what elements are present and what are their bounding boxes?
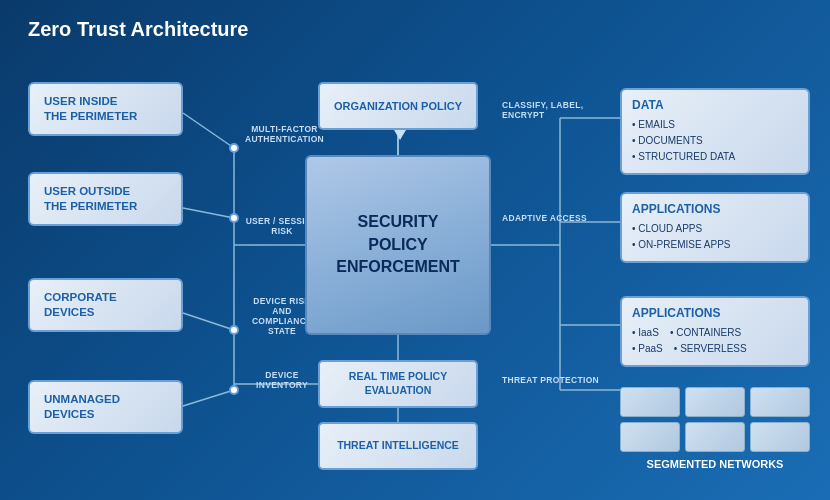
threat-intelligence-label: THREAT INTELLIGENCE: [337, 439, 459, 453]
session-risk-connector-dot: [229, 213, 239, 223]
svg-line-0: [183, 113, 234, 148]
realtime-policy-box: REAL TIME POLICYEVALUATION: [318, 360, 478, 408]
mfa-connector-dot: [229, 143, 239, 153]
user-inside-label: USER INSIDETHE PERIMETER: [44, 94, 167, 124]
threat-intelligence-box: THREAT INTELLIGENCE: [318, 422, 478, 470]
unmanaged-devices-box: UNMANAGEDDEVICES: [28, 380, 183, 434]
realtime-policy-label: REAL TIME POLICYEVALUATION: [349, 370, 447, 397]
user-outside-box: USER OUTSIDETHE PERIMETER: [28, 172, 183, 226]
corporate-devices-box: CORPORATEDEVICES: [28, 278, 183, 332]
seg-cell-4: [620, 422, 680, 452]
applications2-items: • IaaS • CONTAINERS • PaaS • SERVERLESS: [632, 325, 798, 357]
data-resource-items: • EMAILS • DOCUMENTS • STRUCTURED DATA: [632, 117, 798, 165]
security-enforcement-box: SECURITYPOLICYENFORCEMENT: [305, 155, 491, 335]
seg-cell-6: [750, 422, 810, 452]
seg-cell-5: [685, 422, 745, 452]
svg-line-3: [183, 390, 234, 406]
applications2-title: APPLICATIONS: [632, 306, 798, 320]
applications1-resource-box: APPLICATIONS • CLOUD APPS • ON-PREMISE A…: [620, 192, 810, 263]
classify-label: CLASSIFY, LABEL, ENCRYPT: [502, 100, 617, 120]
page-title: Zero Trust Architecture: [28, 18, 248, 41]
threat-protection-label: THREAT PROTECTION: [502, 375, 607, 385]
org-policy-box: ORGANIZATION POLICY: [318, 82, 478, 130]
seg-grid: [620, 387, 810, 452]
seg-cell-1: [620, 387, 680, 417]
svg-line-2: [183, 313, 234, 330]
device-inventory-label: DEVICEINVENTORY: [242, 370, 322, 390]
adaptive-access-label: ADAPTIVE ACCESS: [502, 213, 607, 223]
user-outside-label: USER OUTSIDETHE PERIMETER: [44, 184, 167, 214]
segmented-networks-section: SEGMENTED NETWORKS: [620, 387, 810, 470]
applications2-resource-box: APPLICATIONS • IaaS • CONTAINERS • PaaS …: [620, 296, 810, 367]
mfa-label: MULTI-FACTOR AUTHENTICATION: [242, 124, 327, 144]
data-resource-box: DATA • EMAILS • DOCUMENTS • STRUCTURED D…: [620, 88, 810, 175]
corporate-devices-label: CORPORATEDEVICES: [44, 290, 167, 320]
unmanaged-devices-label: UNMANAGEDDEVICES: [44, 392, 167, 422]
svg-line-1: [183, 208, 234, 218]
device-inventory-connector-dot: [229, 385, 239, 395]
applications1-items: • CLOUD APPS • ON-PREMISE APPS: [632, 221, 798, 253]
org-policy-arrow: [394, 130, 406, 140]
data-resource-title: DATA: [632, 98, 798, 112]
device-risk-connector-dot: [229, 325, 239, 335]
security-enforcement-label: SECURITYPOLICYENFORCEMENT: [336, 211, 460, 278]
org-policy-label: ORGANIZATION POLICY: [334, 100, 462, 112]
applications1-title: APPLICATIONS: [632, 202, 798, 216]
seg-cell-2: [685, 387, 745, 417]
seg-cell-3: [750, 387, 810, 417]
user-inside-box: USER INSIDETHE PERIMETER: [28, 82, 183, 136]
segmented-networks-label: SEGMENTED NETWORKS: [620, 458, 810, 470]
